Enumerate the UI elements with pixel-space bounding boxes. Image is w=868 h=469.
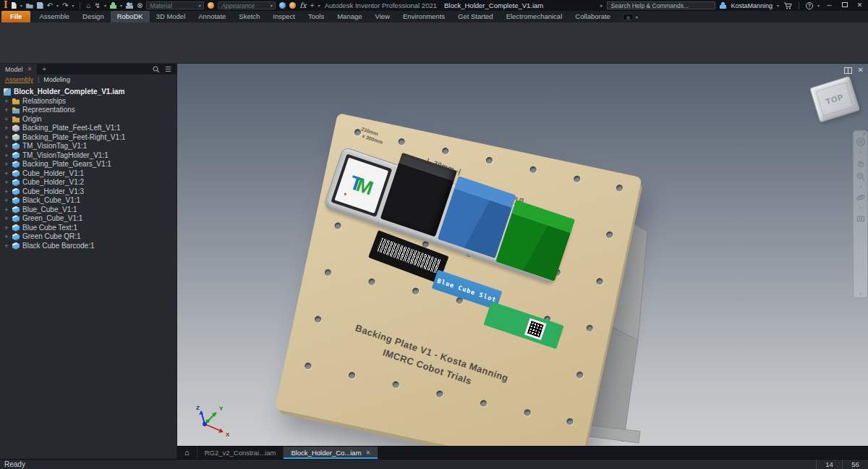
tree-expander-icon[interactable]: +: [4, 106, 9, 114]
minimize-button[interactable]: ─: [824, 0, 835, 11]
tree-expander-icon[interactable]: +: [4, 224, 9, 232]
target-wheel-button[interactable]: ⊗: [137, 1, 142, 9]
doc-tab-close-icon[interactable]: ✕: [366, 449, 371, 456]
navbar-expand-icon[interactable]: ▿: [859, 292, 861, 296]
ribbon-tab-3d-model[interactable]: 3D Model: [150, 11, 192, 22]
ribbon-tab-get-started[interactable]: Get Started: [451, 11, 500, 22]
help-caret-icon[interactable]: ▾: [817, 4, 820, 8]
browser-menu-icon[interactable]: ☰: [165, 65, 176, 73]
tree-expander-icon[interactable]: +: [4, 143, 9, 150]
viewport-close-icon[interactable]: ✕: [858, 67, 864, 74]
look-at-icon[interactable]: [856, 214, 866, 224]
tree-item-representations[interactable]: +Representations: [0, 106, 176, 115]
tree-item-block-holder-complete-v1-iam[interactable]: Block_Holder_Complete_V1.iam: [0, 88, 176, 97]
doc-tab-block-holder-co-iam[interactable]: Block_Holder_Co...iam✕: [283, 447, 378, 459]
tree-expander-icon[interactable]: +: [4, 233, 9, 240]
tree-item-tm-visiontagholder-v1-1[interactable]: +TM_VisionTagHolder_V1:1: [0, 151, 176, 161]
ribbon-tab-electromechanical[interactable]: Electromechanical: [500, 11, 569, 22]
people-button[interactable]: [126, 1, 133, 9]
ribbon-tab-collaborate[interactable]: Collaborate: [569, 11, 617, 22]
help-icon[interactable]: ?: [806, 2, 813, 9]
add-browser-tab-button[interactable]: +: [37, 65, 51, 73]
tree-item-blue-cube-v1-1[interactable]: +Blue_Cube_V1:1: [0, 206, 176, 215]
material-select[interactable]: Material▾: [146, 1, 204, 9]
ribbon-tab-manage[interactable]: Manage: [331, 11, 368, 22]
tree-item-green-cube-qr-1[interactable]: +Green Cube QR:1: [0, 232, 176, 242]
navbar-options-icon[interactable]: [863, 132, 866, 135]
close-button[interactable]: ✕: [854, 0, 865, 11]
close-browser-tab-icon[interactable]: ✕: [27, 66, 33, 72]
parameters-fx-button[interactable]: fx: [299, 1, 306, 9]
tree-item-tm-visiontag-v1-1[interactable]: +TM_VisionTag_V1:1: [0, 142, 176, 151]
tree-expander-icon[interactable]: +: [4, 116, 9, 123]
tree-item-backing-plate-gears-v1-1[interactable]: +Backing_Plate_Gears_V1:1: [0, 160, 176, 169]
appearance-select[interactable]: Appearance▾: [218, 1, 276, 9]
account-avatar-icon[interactable]: [720, 2, 726, 9]
tree-expander-icon[interactable]: +: [4, 124, 9, 132]
customize-toolbar-button[interactable]: +: [310, 1, 315, 9]
undo-caret-icon[interactable]: ▾: [56, 4, 59, 8]
tree-item-black-cube-barcode-1[interactable]: +Black Cube Barcode:1: [0, 242, 176, 251]
ribbon-tab-annotate[interactable]: Annotate: [192, 11, 232, 22]
save-button[interactable]: [37, 1, 43, 9]
inventor-logo-icon[interactable]: I: [4, 1, 8, 9]
tree-expander-icon[interactable]: +: [4, 188, 9, 195]
assembly-link[interactable]: Assembly: [5, 76, 33, 83]
tree-item-relationships[interactable]: +Relationships: [0, 97, 176, 106]
tree-item-cube-holder-v1-3[interactable]: +Cube_Holder_V1:3: [0, 187, 176, 197]
store-cart-icon[interactable]: [783, 2, 792, 9]
home-tab-icon[interactable]: ⌂: [177, 447, 197, 459]
adjust-ball-icon[interactable]: [289, 2, 296, 9]
user-person-button[interactable]: [110, 1, 116, 9]
new-file-button[interactable]: [12, 1, 17, 9]
navigation-wheel-icon[interactable]: [856, 137, 866, 147]
tree-expander-icon[interactable]: +: [4, 179, 9, 186]
tree-expander-icon[interactable]: +: [4, 170, 9, 177]
redo-caret-icon[interactable]: ▾: [72, 4, 74, 8]
screencast-camera-button[interactable]: ▾: [623, 14, 638, 22]
username-label[interactable]: KostaManning: [731, 2, 773, 9]
ribbon-tab-view[interactable]: View: [369, 11, 396, 22]
tree-expander-icon[interactable]: +: [4, 242, 9, 250]
sketch-caret-icon[interactable]: ▾: [104, 4, 106, 8]
tree-item-backing-plate-feet-left-v1-1[interactable]: +Backing_Plate_Feet-Left_V1:1: [0, 124, 176, 133]
home-view-button[interactable]: ⌂: [86, 1, 90, 9]
search-expand-icon[interactable]: ▸: [600, 3, 603, 9]
tree-expander-icon[interactable]: +: [4, 206, 9, 214]
tree-item-blue-cube-text-1[interactable]: +Blue Cube Text:1: [0, 224, 176, 233]
tree-expander-icon[interactable]: +: [4, 98, 9, 105]
orbit-icon[interactable]: [856, 193, 866, 203]
tree-item-green-cube-v1-1[interactable]: +Green_Cube_V1:1: [0, 214, 176, 224]
ribbon-tab-design[interactable]: Design: [76, 11, 111, 22]
tree-item-backing-plate-feet-right-v1-1[interactable]: +Backing_Plate_Feet-Right_V1:1: [0, 133, 176, 143]
toolbar-overflow-caret-icon[interactable]: ▾: [318, 4, 320, 8]
split-view-icon[interactable]: [844, 67, 852, 74]
open-button[interactable]: [26, 1, 33, 9]
ribbon-tab-sketch[interactable]: Sketch: [232, 11, 266, 22]
account-caret-icon[interactable]: ▾: [777, 4, 779, 8]
tree-expander-icon[interactable]: +: [4, 197, 9, 204]
undo-button[interactable]: ↶: [47, 1, 53, 9]
tree-item-origin[interactable]: +Origin: [0, 115, 176, 124]
tree-item-cube-holder-v1-1[interactable]: +Cube_Holder_V1:1: [0, 169, 176, 179]
ribbon-tab-tools[interactable]: Tools: [302, 11, 331, 22]
help-search-input[interactable]: [607, 1, 715, 9]
appearance-ball-icon[interactable]: [279, 2, 286, 9]
browser-tab-model[interactable]: Model ✕: [0, 64, 37, 75]
ribbon-tab-assemble[interactable]: Assemble: [33, 11, 76, 22]
new-file-caret-icon[interactable]: ▾: [20, 4, 22, 8]
zoom-icon[interactable]: [856, 172, 866, 182]
redo-button[interactable]: ↷: [62, 1, 68, 9]
person-caret-icon[interactable]: ▾: [120, 4, 122, 8]
green-cube-qr-label[interactable]: [483, 301, 563, 349]
material-ball-icon[interactable]: [208, 2, 214, 9]
modeling-link[interactable]: Modeling: [43, 76, 70, 83]
ribbon-tab-inspect[interactable]: Inspect: [266, 11, 302, 22]
pan-hand-icon[interactable]: [856, 158, 866, 168]
tree-item-black-cube-v1-1[interactable]: +Black_Cube_V1:1: [0, 196, 176, 206]
tree-expander-icon[interactable]: +: [4, 161, 9, 168]
restore-button[interactable]: [839, 0, 850, 11]
ribbon-tab-environments[interactable]: Environments: [396, 11, 451, 22]
viewport-3d[interactable]: 210mm x 300mm |- 30mm -| 5.15mm Ø T M Bl…: [177, 64, 868, 446]
tree-expander-icon[interactable]: +: [4, 134, 9, 141]
